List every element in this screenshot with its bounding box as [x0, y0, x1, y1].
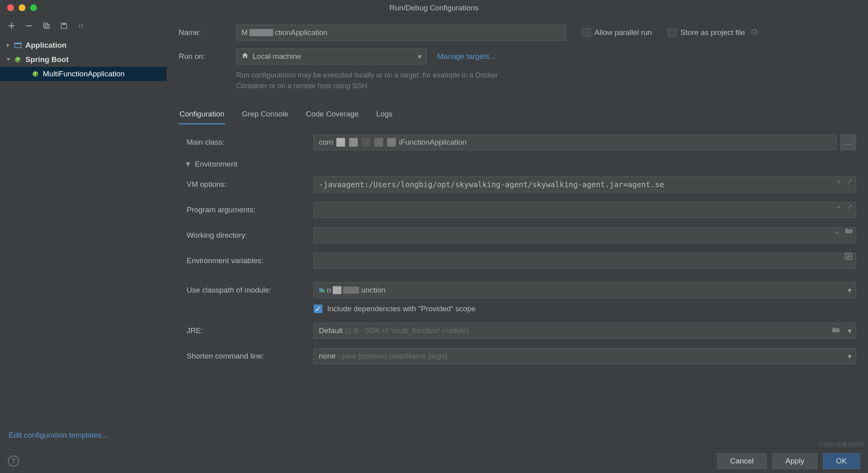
jre-combo[interactable]: Default (1.8 - SDK of 'multi_function' m…: [314, 323, 856, 339]
plus-icon[interactable]: ＋: [833, 227, 841, 238]
svg-rect-2: [26, 25, 32, 26]
folder-icon[interactable]: [832, 326, 840, 335]
allow-parallel-label: Allow parallel run: [594, 28, 652, 37]
window-title: Run/Debug Configurations: [390, 4, 478, 12]
tabs: Configuration Grep Console Code Coverage…: [179, 106, 856, 125]
add-config-button[interactable]: [7, 21, 16, 30]
browse-main-class-button[interactable]: …: [840, 134, 856, 150]
sidebar-toolbar: [0, 16, 166, 36]
tab-logs[interactable]: Logs: [375, 106, 393, 124]
program-args-label: Program arguments:: [187, 205, 314, 214]
tree-node-label: Spring Boot: [25, 55, 69, 64]
shorten-label: Shorten command line:: [187, 352, 314, 361]
application-icon: [14, 42, 22, 49]
vm-options-label: VM options:: [187, 180, 314, 189]
name-input[interactable]: M ctionApplication: [236, 25, 566, 41]
shorten-combo[interactable]: none - java [options] className [args] ▾: [314, 348, 856, 364]
tab-code-coverage[interactable]: Code Coverage: [305, 106, 359, 124]
tree-node-multifunction[interactable]: MultiFunctionApplication: [0, 67, 166, 81]
watermark: CSDN @卷福同学: [819, 441, 864, 448]
chevron-right-icon: [6, 43, 11, 48]
cancel-button[interactable]: Cancel: [717, 453, 767, 469]
close-window-button[interactable]: [7, 4, 14, 11]
tree-node-application[interactable]: Application: [0, 38, 166, 52]
sidebar: Application Spring Boot MultiFunctionApp…: [0, 16, 167, 448]
manage-targets-link[interactable]: Manage targets...: [437, 52, 496, 61]
maximize-window-button[interactable]: [30, 4, 37, 11]
dialog-footer: ? Cancel Apply OK: [0, 448, 868, 473]
minimize-window-button[interactable]: [19, 4, 25, 11]
list-icon[interactable]: [845, 253, 852, 262]
tab-grep-console[interactable]: Grep Console: [241, 106, 289, 124]
folder-icon[interactable]: [845, 227, 853, 238]
vm-options-input[interactable]: [314, 176, 856, 192]
working-dir-label: Working directory:: [187, 231, 314, 240]
environment-section-header[interactable]: ▼ Environment: [184, 160, 856, 169]
window-controls: [0, 4, 37, 11]
run-on-combo[interactable]: Local machine ▾: [236, 48, 427, 64]
include-provided-checkbox[interactable]: ✓: [314, 304, 322, 313]
chevron-down-icon: ▾: [848, 286, 852, 295]
classpath-label: Use classpath of module:: [187, 286, 314, 295]
main-class-input[interactable]: com iFunctionApplication: [314, 134, 836, 150]
chevron-down-icon: ▾: [848, 352, 852, 361]
classpath-combo[interactable]: n unction ▾: [314, 282, 856, 298]
edit-templates-link[interactable]: Edit configuration templates...: [9, 431, 108, 439]
tree-node-spring-boot[interactable]: Spring Boot: [0, 52, 166, 67]
expand-icon[interactable]: ⤢: [847, 202, 853, 212]
svg-rect-1: [8, 25, 15, 26]
plus-icon[interactable]: ＋: [835, 202, 843, 212]
sort-config-button[interactable]: [77, 21, 86, 30]
include-provided-label: Include dependencies with "Provided" sco…: [327, 304, 476, 313]
save-config-button[interactable]: [60, 21, 68, 30]
main-class-label: Main class:: [187, 138, 314, 147]
content-panel: Name: M ctionApplication Allow parallel …: [167, 16, 868, 448]
tree-node-label: MultiFunctionApplication: [43, 70, 125, 78]
ok-button[interactable]: OK: [823, 453, 860, 469]
gear-icon[interactable]: [750, 27, 758, 38]
remove-config-button[interactable]: [25, 21, 33, 30]
working-dir-input[interactable]: [314, 227, 856, 243]
chevron-down-icon: ▾: [418, 52, 422, 61]
titlebar: Run/Debug Configurations: [0, 0, 868, 16]
env-vars-label: Environment variables:: [187, 256, 314, 265]
apply-button[interactable]: Apply: [772, 453, 818, 469]
store-project-label: Store as project file: [681, 28, 745, 37]
redacted-text: [249, 29, 273, 36]
svg-rect-5: [63, 23, 66, 25]
tab-configuration[interactable]: Configuration: [179, 106, 225, 124]
spring-boot-icon: [32, 70, 40, 78]
expand-icon[interactable]: ⤢: [847, 176, 853, 187]
svg-rect-3: [44, 23, 48, 27]
svg-rect-4: [45, 25, 49, 29]
svg-rect-7: [15, 43, 21, 44]
run-on-help-text: Run configurations may be executed local…: [236, 70, 514, 91]
triangle-down-icon: ▼: [184, 160, 192, 169]
copy-config-button[interactable]: [42, 21, 51, 30]
home-icon: [241, 52, 249, 61]
module-icon: [319, 287, 327, 293]
run-on-label: Run on:: [179, 52, 236, 61]
plus-icon[interactable]: ＋: [835, 176, 843, 187]
help-button[interactable]: ?: [8, 456, 19, 467]
spring-boot-icon: [14, 56, 22, 63]
config-tree: Application Spring Boot MultiFunctionApp…: [0, 36, 166, 81]
tree-node-label: Application: [25, 41, 66, 50]
allow-parallel-checkbox[interactable]: [582, 28, 590, 37]
env-vars-input[interactable]: [314, 253, 856, 269]
name-label: Name:: [179, 28, 236, 37]
program-args-input[interactable]: [314, 202, 856, 218]
svg-rect-19: [322, 290, 325, 293]
jre-label: JRE:: [187, 326, 314, 335]
chevron-down-icon: ▾: [848, 326, 852, 335]
chevron-down-icon: [6, 57, 11, 62]
store-project-checkbox[interactable]: [668, 28, 677, 37]
